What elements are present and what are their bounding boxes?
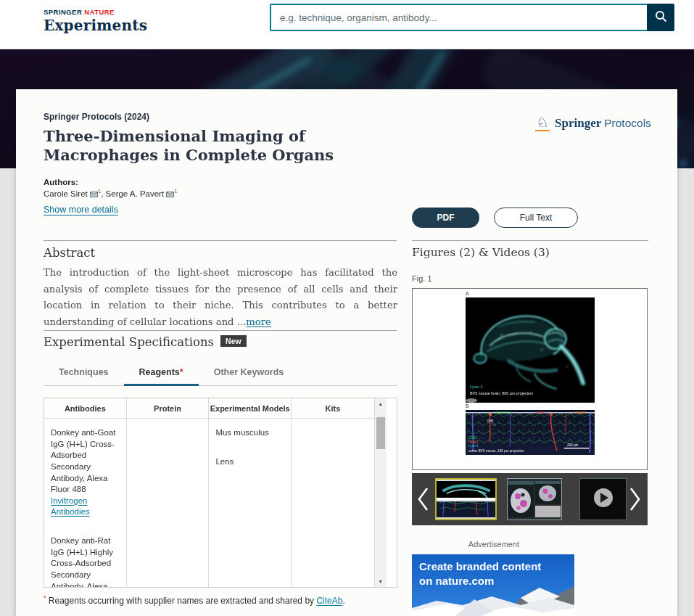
reagents-table: Antibodies Donkey anti-Goat IgG (H+L) Cr… (44, 398, 397, 588)
tab-other-keywords[interactable]: Other Keywords (199, 366, 300, 385)
supplier-link-invitrogen[interactable]: Invitrogen Antibodies (51, 496, 90, 517)
chevron-left-icon[interactable] (416, 486, 429, 515)
top-header: SPRINGER NATURE Experiments (0, 0, 694, 49)
column-kits: Kits (292, 398, 374, 587)
publisher-word-light: Protocols (604, 117, 651, 130)
search-input[interactable] (270, 4, 647, 31)
specs-tabs: Techniques Reagents* Other Keywords (44, 366, 397, 386)
scroll-up-icon[interactable]: ▲ (375, 401, 387, 406)
pdf-button[interactable]: PDF (412, 208, 479, 228)
springer-protocols-logo[interactable]: ♘ Springer Protocols (535, 115, 651, 131)
full-text-button[interactable]: Full Text (494, 208, 578, 228)
author-separator: , (101, 189, 103, 198)
carousel-thumb-fig2[interactable] (507, 478, 562, 520)
abstract-more-link[interactable]: more (246, 316, 271, 327)
author[interactable]: Serge A. Pavert1 (106, 189, 178, 198)
panel-b-stain2: SMA-1 (468, 440, 479, 444)
panel-b-label: B (466, 403, 469, 408)
protein-cell (127, 419, 209, 436)
author[interactable]: Carole Siret1 (44, 189, 101, 198)
cortex-microscopy-image: (SA) CD31 SMA-1 Lyve-1 cortex BV6 mouse,… (466, 410, 595, 455)
abstract-text: The introduction of the light-sheet micr… (44, 265, 397, 331)
divider (412, 240, 648, 241)
panel-b-stain3: Lyve-1 (468, 444, 479, 448)
figure-carousel (412, 473, 648, 525)
brand-line: SPRINGER NATURE (44, 8, 147, 16)
divider (44, 240, 397, 241)
new-badge: New (220, 335, 247, 347)
model-item: Lens (215, 456, 284, 468)
models-cell: Mus musculus Lens (209, 419, 291, 476)
column-protein: Protein (127, 398, 210, 587)
column-header: Protein (127, 398, 209, 419)
panel-a-stain-label: Lyve-1 (470, 385, 483, 389)
column-antibodies: Antibodies Donkey anti-Goat IgG (H+L) Cr… (44, 398, 127, 587)
fig1-label: Fig. 1 (412, 274, 432, 283)
panel-a-caption: BV5 mouse brain, 800 µm projection (470, 391, 533, 395)
column-header: Experimental Models (209, 398, 291, 419)
reagents-asterisk: * (180, 367, 183, 377)
abstract-heading: Abstract (44, 246, 95, 260)
panel-b-caption: cortex BV6 mouse, 100 µm projection (468, 449, 524, 453)
panel-a-label: A (466, 291, 469, 296)
tab-techniques[interactable]: Techniques (44, 366, 124, 385)
scroll-down-icon[interactable]: ▼ (375, 579, 387, 584)
email-icon[interactable] (166, 190, 174, 199)
source-line: Springer Protocols (2024) (44, 112, 149, 122)
reagents-footnote: * Reagents occurring with supplier names… (44, 594, 345, 606)
brand-product: Experiments (44, 17, 147, 34)
divider (44, 330, 397, 331)
email-icon[interactable] (90, 190, 98, 199)
table-scrollbar[interactable]: ▲ ▼ (374, 398, 387, 587)
show-more-details-link[interactable]: Show more details (44, 205, 118, 215)
antibodies-cell: Donkey anti-Goat IgG (H+L) Cross-Adsorbe… (44, 419, 126, 588)
figure-viewer[interactable]: A (412, 288, 648, 470)
kits-cell (292, 419, 374, 436)
model-item: Mus musculus (215, 427, 284, 439)
site-logo[interactable]: SPRINGER NATURE Experiments (44, 8, 147, 34)
advertisement-label: Advertisement (412, 540, 576, 549)
page: SPRINGER NATURE Experiments (0, 0, 694, 616)
publisher-word-bold: Springer (555, 116, 601, 131)
panel-b-scalebar: 200 µm (567, 443, 579, 447)
search-icon (655, 10, 667, 25)
carousel-thumb-video[interactable] (579, 478, 627, 520)
advertisement-banner[interactable]: Create branded content on nature.com (412, 554, 574, 616)
brand-springer: SPRINGER (44, 8, 82, 16)
panel-b-stain1: CD31 (468, 436, 477, 440)
authors-list: Carole Siret1, Serge A. Pavert1 (44, 188, 178, 199)
column-header: Kits (292, 398, 374, 419)
authors-label: Authors: (44, 178, 78, 186)
figures-heading: Figures (2) & Videos (3) (412, 246, 550, 259)
brand-nature: NATURE (84, 8, 115, 16)
springer-knight-icon: ♘ (535, 115, 550, 131)
chevron-right-icon[interactable] (629, 486, 642, 515)
article-title: Three-Dimensional Imaging of Macrophages… (44, 127, 387, 165)
ad-text: Create branded content on nature.com (419, 559, 541, 589)
search-button[interactable] (647, 4, 674, 31)
carousel-thumb-fig1-selected[interactable] (435, 478, 497, 520)
specs-heading: Experimental SpecificationsNew (44, 335, 247, 349)
column-experimental-models: Experimental Models Mus musculus Lens (209, 398, 292, 587)
search-bar (270, 4, 674, 31)
antibody-item: Donkey anti-Goat IgG (H+L) Cross-Adsorbe… (51, 427, 120, 496)
panel-b-annotation: (SA) (487, 419, 494, 422)
tab-reagents[interactable]: Reagents* (124, 366, 199, 386)
column-header: Antibodies (44, 398, 126, 419)
scrollbar-thumb[interactable] (376, 417, 385, 449)
brain-microscopy-image: Lyve-1 BV5 mouse brain, 800 µm projectio… (466, 297, 595, 403)
article-card: Springer Protocols (2024) Three-Dimensio… (16, 89, 677, 616)
citeab-link[interactable]: CiteAb (316, 596, 342, 606)
antibody-item: Donkey anti-Rat IgG (H+L) Highly Cross-A… (51, 535, 120, 588)
play-icon (592, 487, 614, 512)
